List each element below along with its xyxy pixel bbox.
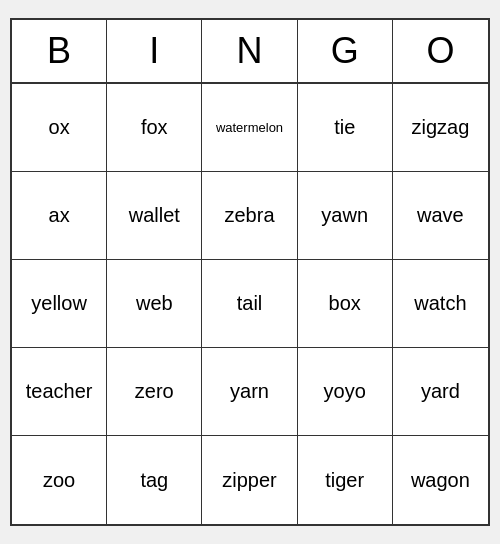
- cell-text: web: [136, 292, 173, 315]
- header-letter: G: [298, 20, 393, 82]
- bingo-cell: yarn: [202, 348, 297, 436]
- cell-text: tail: [237, 292, 263, 315]
- bingo-cell: wagon: [393, 436, 488, 524]
- bingo-cell: yoyo: [298, 348, 393, 436]
- bingo-card: BINGO oxfoxwatermelontiezigzagaxwalletze…: [10, 18, 490, 526]
- bingo-cell: teacher: [12, 348, 107, 436]
- bingo-header: BINGO: [12, 20, 488, 84]
- cell-text: yawn: [321, 204, 368, 227]
- bingo-cell: ax: [12, 172, 107, 260]
- cell-text: wallet: [129, 204, 180, 227]
- cell-text: wagon: [411, 469, 470, 492]
- cell-text: wave: [417, 204, 464, 227]
- cell-text: zipper: [222, 469, 276, 492]
- bingo-cell: yawn: [298, 172, 393, 260]
- bingo-cell: tie: [298, 84, 393, 172]
- cell-text: tie: [334, 116, 355, 139]
- bingo-grid: oxfoxwatermelontiezigzagaxwalletzebrayaw…: [12, 84, 488, 524]
- bingo-cell: yard: [393, 348, 488, 436]
- cell-text: zigzag: [411, 116, 469, 139]
- header-letter: B: [12, 20, 107, 82]
- bingo-cell: yellow: [12, 260, 107, 348]
- cell-text: tiger: [325, 469, 364, 492]
- header-letter: O: [393, 20, 488, 82]
- cell-text: zebra: [224, 204, 274, 227]
- header-letter: I: [107, 20, 202, 82]
- bingo-cell: zipper: [202, 436, 297, 524]
- header-letter: N: [202, 20, 297, 82]
- bingo-cell: zero: [107, 348, 202, 436]
- bingo-cell: ox: [12, 84, 107, 172]
- cell-text: ax: [49, 204, 70, 227]
- bingo-cell: fox: [107, 84, 202, 172]
- bingo-cell: wave: [393, 172, 488, 260]
- bingo-cell: tiger: [298, 436, 393, 524]
- cell-text: watch: [414, 292, 466, 315]
- bingo-cell: zebra: [202, 172, 297, 260]
- bingo-cell: web: [107, 260, 202, 348]
- bingo-cell: zoo: [12, 436, 107, 524]
- bingo-cell: watermelon: [202, 84, 297, 172]
- cell-text: fox: [141, 116, 168, 139]
- cell-text: yarn: [230, 380, 269, 403]
- cell-text: yoyo: [324, 380, 366, 403]
- bingo-cell: box: [298, 260, 393, 348]
- cell-text: tag: [140, 469, 168, 492]
- cell-text: zero: [135, 380, 174, 403]
- cell-text: teacher: [26, 380, 93, 403]
- cell-text: box: [329, 292, 361, 315]
- bingo-cell: watch: [393, 260, 488, 348]
- cell-text: yellow: [31, 292, 87, 315]
- bingo-cell: tail: [202, 260, 297, 348]
- cell-text: yard: [421, 380, 460, 403]
- cell-text: ox: [49, 116, 70, 139]
- bingo-cell: tag: [107, 436, 202, 524]
- cell-text: watermelon: [216, 120, 283, 135]
- bingo-cell: wallet: [107, 172, 202, 260]
- cell-text: zoo: [43, 469, 75, 492]
- bingo-cell: zigzag: [393, 84, 488, 172]
